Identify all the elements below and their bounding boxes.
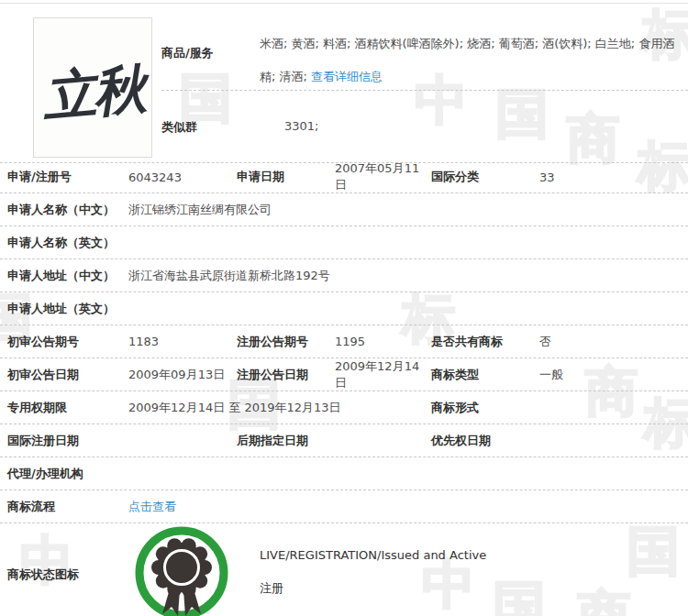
prelim-gazette-no-value: 1183 bbox=[128, 335, 237, 348]
similar-group-value: 3301; bbox=[284, 119, 318, 133]
row-label: 申请人地址（英文） bbox=[7, 301, 128, 317]
row-label: 申请人名称（中文） bbox=[7, 202, 128, 218]
row-label: 初审公告日期 bbox=[7, 367, 128, 383]
status-text-cn: 注册 bbox=[260, 580, 283, 597]
row-label: 国际注册日期 bbox=[7, 433, 128, 449]
application-date-value: 2007年05月11日 bbox=[335, 160, 431, 193]
row-label: 商标类型 bbox=[431, 367, 539, 383]
table-row-applicant-name-en: 申请人名称（英文） bbox=[0, 226, 688, 259]
table-row-mark-status: 商标状态图标 LIVE/REGISTRATION/Issued and Acti… bbox=[0, 523, 688, 616]
row-label: 商标状态图标 bbox=[7, 566, 79, 583]
top-section: 立秋 商品/服务 米酒; 黄酒; 料酒; 酒精饮料(啤酒除外); 烧酒; 葡萄酒… bbox=[0, 3, 688, 160]
intl-class-value: 33 bbox=[539, 170, 688, 184]
row-label: 后期指定日期 bbox=[237, 433, 335, 449]
table-row-gazette-numbers: 初审公告期号 1183 注册公告期号 1195 是否共有商标 否 bbox=[0, 325, 688, 358]
table-row-agency: 代理/办理机构 bbox=[0, 457, 688, 490]
applicant-name-cn-value: 浙江锦绣江南丝绸有限公司 bbox=[128, 202, 431, 218]
row-label: 是否共有商标 bbox=[431, 334, 539, 350]
row-label: 申请人地址（中文） bbox=[7, 268, 128, 284]
prelim-gazette-date-value: 2009年09月13日 bbox=[128, 367, 237, 383]
table-row-applicant-name-cn: 申请人名称（中文） 浙江锦绣江南丝绸有限公司 bbox=[0, 193, 688, 226]
mark-type-value: 一般 bbox=[539, 367, 688, 383]
row-label: 注册公告日期 bbox=[237, 367, 335, 383]
row-label: 商标形式 bbox=[431, 400, 539, 416]
reg-gazette-no-value: 1195 bbox=[335, 335, 431, 348]
row-label: 申请/注册号 bbox=[7, 169, 128, 185]
row-label: 商标流程 bbox=[7, 499, 128, 515]
similar-group-label: 类似群 bbox=[161, 119, 197, 136]
goods-services-label: 商品/服务 bbox=[161, 45, 214, 61]
shared-mark-value: 否 bbox=[539, 334, 688, 350]
click-view-link[interactable]: 点击查看 bbox=[128, 499, 431, 515]
row-label: 代理/办理机构 bbox=[7, 466, 128, 482]
row-label: 申请日期 bbox=[237, 169, 335, 185]
exclusive-period-value: 2009年12月14日 至 2019年12月13日 bbox=[128, 400, 431, 416]
registration-active-badge-icon bbox=[134, 525, 229, 616]
status-text-en: LIVE/REGISTRATION/Issued and Active bbox=[260, 548, 486, 562]
table-row-application-number: 申请/注册号 6043243 申请日期 2007年05月11日 国际分类 33 bbox=[0, 160, 688, 193]
row-label: 注册公告期号 bbox=[237, 334, 335, 350]
table-row-applicant-address-cn: 申请人地址（中文） 浙江省海盐县武原街道新桥北路192号 bbox=[0, 259, 688, 292]
row-divider bbox=[161, 90, 688, 91]
row-label: 优先权日期 bbox=[431, 433, 539, 449]
table-row-applicant-address-en: 申请人地址（英文） bbox=[0, 292, 688, 325]
application-number-value: 6043243 bbox=[128, 170, 237, 184]
detail-rows: 申请/注册号 6043243 申请日期 2007年05月11日 国际分类 33 … bbox=[0, 160, 688, 523]
row-label: 专用权期限 bbox=[7, 400, 128, 416]
row-label: 初审公告期号 bbox=[7, 334, 128, 350]
trademark-detail-page: 标国中国商标国标国商标中国中国国商 立秋 商品/服务 米酒; 黄酒; 料酒; 酒… bbox=[0, 0, 688, 616]
trademark-image: 立秋 bbox=[33, 17, 152, 158]
applicant-address-cn-value: 浙江省海盐县武原街道新桥北路192号 bbox=[128, 268, 431, 284]
reg-gazette-date-value: 2009年12月14日 bbox=[335, 358, 431, 391]
table-row-exclusive-period: 专用权期限 2009年12月14日 至 2019年12月13日 商标形式 bbox=[0, 391, 688, 424]
goods-services-value: 米酒; 黄酒; 料酒; 酒精饮料(啤酒除外); 烧酒; 葡萄酒; 酒(饮料); … bbox=[260, 28, 683, 94]
table-row-gazette-dates: 初审公告日期 2009年09月13日 注册公告日期 2009年12月14日 商标… bbox=[0, 358, 688, 391]
view-details-link[interactable]: 查看详细信息 bbox=[311, 70, 383, 83]
row-label: 申请人名称（英文） bbox=[7, 235, 128, 251]
table-row-mark-process: 商标流程 点击查看 bbox=[0, 490, 688, 523]
table-row-intl-dates: 国际注册日期 后期指定日期 优先权日期 bbox=[0, 424, 688, 457]
trademark-calligraphy: 立秋 bbox=[39, 42, 146, 133]
row-label: 国际分类 bbox=[431, 169, 539, 185]
